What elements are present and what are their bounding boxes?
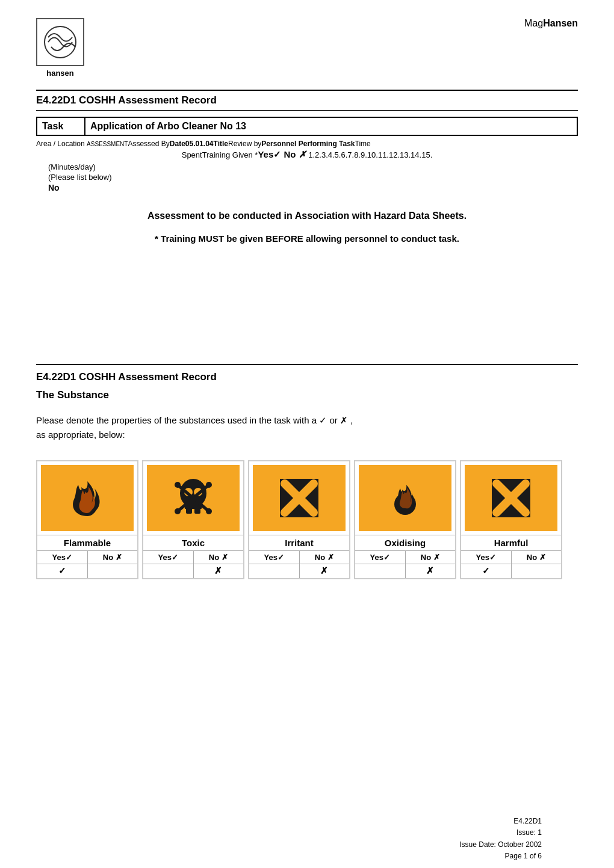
toxic-no-mark: ✗ [194,564,244,578]
hazard-oxidising: Oxidising Yes✓ No ✗ ✗ [354,460,456,579]
toxic-no-label: No ✗ [194,551,244,564]
toxic-icon [147,465,240,531]
irritant-yes-no: Yes✓ No ✗ [249,550,349,564]
substance-header: The Substance [36,389,578,401]
logo-text: hansen [46,69,74,78]
irritant-label: Irritant [249,535,349,550]
no-bold: No [48,183,578,192]
toxic-yes-label: Yes✓ [143,551,194,564]
toxic-yes-mark [143,564,194,578]
desc-line2: as appropriate, below: [36,429,125,440]
number-list: 1.2.3.4.5.6.7.8.9.10.11.12.13.14.15. [308,150,432,159]
toxic-label: Toxic [143,535,243,550]
flame-svg [63,474,111,522]
harmful-no-label: No ✗ [512,551,562,564]
training-line: SpentTraining Given *Yes✓ No ✗ 1.2.3.4.5… [36,149,578,160]
footer-ref-num: E4.22D1 [513,817,542,825]
flammable-icon [41,465,134,531]
toxic-marks: ✗ [143,564,243,578]
harmful-icon [465,465,557,531]
oxidising-marks: ✗ [355,564,455,578]
logo-area: hansen [36,18,84,78]
task-table: Task Application of Arbo Cleaner No 13 [36,117,578,136]
oxidising-icon [359,465,451,531]
please-list: (Please list below) [48,173,578,182]
training-notice: * Training MUST be given BEFORE allowing… [36,233,578,244]
harmful-yes-label: Yes✓ [461,551,512,564]
oxidising-svg [381,474,429,522]
meta-line: Area / Location ASSESSMENTAssessed ByDat… [36,140,578,148]
hazard-harmful: Harmful Yes✓ No ✗ ✓ [460,460,562,579]
task-value: Application of Arbo Cleaner No 13 [85,117,577,135]
assessment-notice: Assessment to be conducted in Associatio… [36,211,578,221]
footer-page: Page 1 of 6 [505,852,542,860]
task-label: Task [37,117,85,135]
section2-title: E4.22D1 COSHH Assessment Record [36,371,217,383]
oxidising-no-label: No ✗ [406,551,456,564]
irritant-icon [253,465,346,531]
oxidising-yes-no: Yes✓ No ✗ [355,550,455,564]
desc-line1: Please denote the properties of the subs… [36,415,353,425]
harmful-yes-mark: ✓ [461,564,512,578]
flammable-yes-no: Yes✓ No ✗ [37,550,137,564]
harmful-yes-no: Yes✓ No ✗ [461,550,561,564]
brand-prefix: Mag [524,18,543,28]
flammable-marks: ✓ [37,564,137,578]
xcross-svg-irritant [275,474,323,522]
flammable-yes-mark: ✓ [37,564,88,578]
xcross-svg-harmful [487,474,535,522]
logo-icon [42,24,78,60]
logo-box [36,18,84,66]
oxidising-label: Oxidising [355,535,455,550]
harmful-marks: ✓ [461,564,561,578]
section2-divider: E4.22D1 COSHH Assessment Record [36,364,578,383]
svg-point-1 [180,479,206,508]
oxidising-yes-mark [355,564,406,578]
flammable-yes-label: Yes✓ [37,551,88,564]
oxidising-no-mark: ✗ [406,564,456,578]
irritant-no-mark: ✗ [300,564,350,578]
svg-point-11 [175,508,181,514]
footer-ref: E4.22D1 Issue: 1 Issue Date: October 200… [459,816,542,862]
irritant-yes-label: Yes✓ [249,551,300,564]
skull-svg [169,474,217,522]
irritant-no-label: No ✗ [300,551,350,564]
hazard-symbols-row: Flammable Yes✓ No ✗ ✓ [36,460,578,579]
substance-desc: Please denote the properties of the subs… [36,413,578,442]
irritant-marks: ✗ [249,564,349,578]
flammable-label: Flammable [37,535,137,550]
flammable-no-mark [88,564,138,578]
toxic-yes-no: Yes✓ No ✗ [143,550,243,564]
hazard-flammable: Flammable Yes✓ No ✗ ✓ [36,460,138,579]
svg-point-10 [206,482,212,488]
footer-issue: Issue: 1 [516,828,542,837]
brand-name: MagHansen [524,18,578,29]
hazard-toxic: Toxic Yes✓ No ✗ ✗ [142,460,244,579]
page-header: hansen MagHansen [36,18,578,78]
oxidising-yes-label: Yes✓ [355,551,406,564]
svg-point-9 [175,482,181,488]
minutes-day: (Minutes/day) [48,162,578,171]
section1-title-text: E4.22D1 COSHH Assessment Record [36,94,217,106]
harmful-no-mark [512,564,562,578]
brand-bold: Hansen [543,18,578,28]
yes-check: Yes✓ No ✗ [258,149,306,159]
harmful-label: Harmful [461,535,561,550]
svg-point-12 [206,508,212,514]
footer-issue-date: Issue Date: October 2002 [459,840,542,849]
irritant-yes-mark [249,564,300,578]
section1-title: E4.22D1 COSHH Assessment Record [36,90,578,111]
hazard-irritant: Irritant Yes✓ No ✗ ✗ [248,460,350,579]
flammable-no-label: No ✗ [88,551,138,564]
